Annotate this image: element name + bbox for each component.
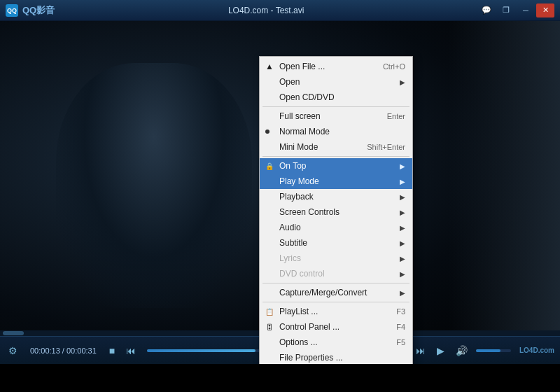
dvd-control-submenu-arrow: ▶ [400, 270, 405, 278]
menu-open-cd-dvd[interactable]: Open CD/DVD [260, 90, 412, 105]
menu-normal-mode-label: Normal Mode [279, 127, 330, 136]
menu-dvd-control-label: DVD control [279, 269, 325, 279]
chat-button[interactable]: 💬 [477, 4, 496, 18]
titlebar: QQ QQ影音 LO4D.com - Test.avi 💬 ❐ ─ ✕ [0, 0, 560, 21]
menu-control-panel-shortcut: F4 [396, 323, 405, 331]
prev-button[interactable]: ⏮ [123, 344, 139, 358]
menu-play-mode-label: Play Mode [279, 176, 319, 186]
menu-capture-merge-convert[interactable]: Capture/Merge/Convert ▶ [260, 285, 412, 300]
window-title: LO4D.com - Test.avi [228, 6, 304, 15]
menu-open-file[interactable]: ▲ Open File ... Ctrl+O [260, 59, 412, 74]
app-name: QQ影音 [22, 4, 55, 17]
menu-playlist-shortcut: F3 [396, 307, 405, 316]
menu-capture-merge-convert-label: Capture/Merge/Convert [279, 288, 367, 298]
menu-mini-mode-label: Mini Mode [279, 142, 318, 152]
menu-subtitle-label: Subtitle [279, 238, 307, 248]
subtitle-submenu-arrow: ▶ [400, 239, 405, 247]
on-top-submenu-arrow: ▶ [400, 162, 405, 170]
progress-fill [147, 349, 255, 352]
menu-playback[interactable]: Playback ▶ [260, 189, 412, 204]
time-display: 00:00:13 / 00:00:31 [30, 346, 97, 355]
video-area[interactable]: ▲ Open File ... Ctrl+O Open ▶ Open CD/DV… [0, 21, 560, 364]
separator-2 [262, 156, 410, 157]
control-panel-icon: 🎛 [264, 321, 275, 332]
settings-button[interactable]: ⚙ [6, 344, 20, 358]
menu-lyrics: Lyrics ▶ [260, 251, 412, 266]
menu-file-properties[interactable]: File Properties ... [260, 350, 412, 364]
menu-on-top[interactable]: 🔒 On Top ▶ [260, 158, 412, 174]
separator-3 [262, 283, 410, 284]
lyrics-submenu-arrow: ▶ [400, 255, 405, 262]
menu-file-properties-label: File Properties ... [279, 353, 343, 363]
menu-options-shortcut: F5 [396, 338, 405, 346]
menu-full-screen-label: Full screen [279, 111, 321, 121]
menu-open-file-label: Open File ... [279, 62, 325, 71]
stop-button[interactable]: ■ [106, 344, 118, 358]
titlebar-left: QQ QQ影音 [6, 4, 55, 17]
menu-control-panel-label: Control Panel ... [279, 322, 340, 332]
menu-open-label: Open [279, 77, 300, 87]
menu-screen-controls-label: Screen Controls [279, 207, 340, 217]
play-button[interactable]: ▶ [434, 344, 447, 358]
separator-1 [262, 106, 410, 107]
capture-submenu-arrow: ▶ [400, 289, 405, 297]
minimize-button[interactable]: ─ [517, 4, 535, 18]
play-mode-submenu-arrow: ▶ [400, 178, 405, 186]
menu-open[interactable]: Open ▶ [260, 74, 412, 90]
scroll-thumb[interactable] [3, 331, 24, 335]
menu-playback-label: Playback [279, 192, 314, 202]
close-button[interactable]: ✕ [536, 4, 554, 18]
on-top-icon: 🔒 [264, 160, 275, 172]
menu-lyrics-label: Lyrics [279, 253, 301, 263]
menu-playlist[interactable]: 📋 PlayList ... F3 [260, 304, 412, 319]
menu-options-label: Options ... [279, 337, 318, 347]
normal-mode-bullet [265, 130, 270, 134]
separator-4 [262, 302, 410, 302]
menu-open-file-shortcut: Ctrl+O [383, 62, 405, 71]
restore-button[interactable]: ❐ [497, 4, 515, 18]
menu-screen-controls[interactable]: Screen Controls ▶ [260, 204, 412, 220]
next-button[interactable]: ⏭ [413, 344, 428, 358]
menu-audio-label: Audio [279, 223, 301, 232]
menu-mini-mode-shortcut: Shift+Enter [367, 143, 405, 151]
video-content [56, 63, 252, 308]
playlist-icon: 📋 [264, 306, 275, 317]
menu-full-screen[interactable]: Full screen Enter [260, 108, 412, 124]
menu-mini-mode[interactable]: Mini Mode Shift+Enter [260, 139, 412, 155]
volume-slider[interactable] [476, 349, 511, 352]
menu-options[interactable]: Options ... F5 [260, 335, 412, 350]
menu-playlist-label: PlayList ... [279, 307, 318, 316]
menu-full-screen-shortcut: Enter [387, 112, 405, 120]
screen-controls-submenu-arrow: ▶ [400, 209, 405, 216]
context-menu: ▲ Open File ... Ctrl+O Open ▶ Open CD/DV… [259, 56, 413, 364]
logo-badge: LO4D.com [519, 346, 554, 354]
app-logo: QQ [6, 4, 18, 17]
playback-submenu-arrow: ▶ [400, 193, 405, 201]
menu-normal-mode[interactable]: Normal Mode [260, 124, 412, 139]
menu-control-panel[interactable]: 🎛 Control Panel ... F4 [260, 319, 412, 335]
window-controls: 💬 ❐ ─ ✕ [477, 4, 554, 18]
menu-dvd-control: DVD control ▶ [260, 266, 412, 281]
menu-on-top-label: On Top [279, 161, 306, 171]
volume-icon: 🔊 [453, 344, 470, 358]
volume-fill [476, 349, 500, 352]
audio-submenu-arrow: ▶ [400, 224, 405, 232]
menu-open-cd-dvd-label: Open CD/DVD [279, 92, 335, 102]
open-file-icon: ▲ [264, 61, 275, 72]
right-shadow [448, 21, 560, 364]
menu-play-mode[interactable]: Play Mode ▶ [260, 174, 412, 189]
open-submenu-arrow: ▶ [400, 78, 405, 86]
menu-subtitle[interactable]: Subtitle ▶ [260, 235, 412, 251]
menu-audio[interactable]: Audio ▶ [260, 220, 412, 235]
